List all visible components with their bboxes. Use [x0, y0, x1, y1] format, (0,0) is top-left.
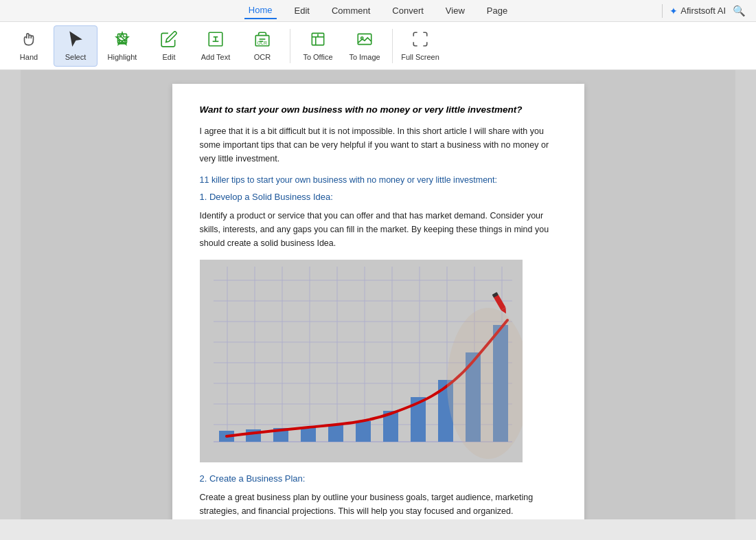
svg-rect-40 [328, 425, 343, 442]
to-image-icon [356, 30, 374, 51]
menu-comment[interactable]: Comment [328, 3, 374, 19]
section1-heading: 1. Develop a Solid Business Idea: [200, 192, 557, 202]
document-page: Want to start your own business with no … [172, 84, 584, 519]
menu-bar: Home Edit Comment Convert View Page ✦ Af… [0, 0, 756, 22]
to-image-tool-button[interactable]: To Image [343, 25, 387, 67]
section1-text: Identify a product or service that you c… [200, 209, 557, 250]
full-screen-tool-label: Full Screen [401, 53, 439, 61]
select-tool-button[interactable]: Select [54, 25, 98, 67]
menu-home[interactable]: Home [244, 2, 277, 19]
toolbar: Hand Select Highlight [0, 22, 756, 70]
ai-star-icon: ✦ [669, 5, 678, 16]
main-area: Want to start your own business with no … [0, 70, 756, 519]
menu-items: Home Edit Comment Convert View Page [7, 2, 749, 19]
left-panel [0, 70, 21, 519]
menu-edit[interactable]: Edit [290, 3, 314, 19]
hand-tool-button[interactable]: Hand [7, 25, 51, 67]
menu-divider [662, 4, 663, 18]
document-intro: I agree that it is a bit difficult but i… [200, 124, 557, 166]
highlight-tool-button[interactable]: Highlight [100, 25, 144, 67]
ocr-tool-button[interactable]: OCR OCR [240, 25, 284, 67]
select-icon [67, 30, 84, 51]
to-office-icon [309, 30, 327, 51]
edit-tool-label: Edit [163, 53, 176, 61]
ai-label-text: Afirstsoft AI [680, 5, 726, 16]
edit-tool-button[interactable]: Edit [147, 25, 191, 67]
menu-right: ✦ Afirstsoft AI 🔍 [662, 4, 746, 18]
business-chart [200, 260, 523, 462]
search-icon[interactable]: 🔍 [733, 5, 746, 17]
to-office-tool-label: To Office [303, 53, 332, 61]
ocr-icon: OCR [253, 30, 271, 51]
document-list-intro: 11 killer tips to start your own busines… [200, 175, 557, 185]
chart-svg [200, 260, 523, 462]
hand-icon [20, 30, 38, 51]
highlight-tool-label: Highlight [108, 53, 137, 61]
menu-view[interactable]: View [442, 3, 469, 19]
section2-text: Create a great business plan by outline … [200, 491, 557, 518]
menu-page[interactable]: Page [483, 3, 512, 19]
highlight-icon [113, 30, 131, 51]
document-area[interactable]: Want to start your own business with no … [21, 70, 735, 519]
svg-rect-41 [356, 421, 371, 442]
toolbar-divider [290, 29, 290, 63]
svg-text:OCR: OCR [257, 41, 267, 45]
hand-tool-label: Hand [20, 53, 38, 61]
toolbar-divider-2 [392, 29, 393, 63]
add-text-tool-label: Add Text [201, 53, 231, 61]
menu-convert[interactable]: Convert [388, 3, 428, 19]
to-image-tool-label: To Image [349, 53, 380, 61]
full-screen-icon [411, 30, 429, 51]
add-text-tool-button[interactable]: Add Text [194, 25, 238, 67]
to-office-tool-button[interactable]: To Office [296, 25, 340, 67]
right-panel [735, 70, 756, 519]
add-text-icon [207, 30, 225, 51]
select-tool-label: Select [65, 53, 87, 61]
ai-label: ✦ Afirstsoft AI [669, 5, 726, 16]
ocr-tool-label: OCR [254, 53, 271, 61]
edit-icon [160, 30, 178, 51]
section2-heading: 2. Create a Business Plan: [200, 473, 557, 484]
full-screen-tool-button[interactable]: Full Screen [398, 25, 442, 67]
document-title: Want to start your own business with no … [200, 104, 557, 115]
